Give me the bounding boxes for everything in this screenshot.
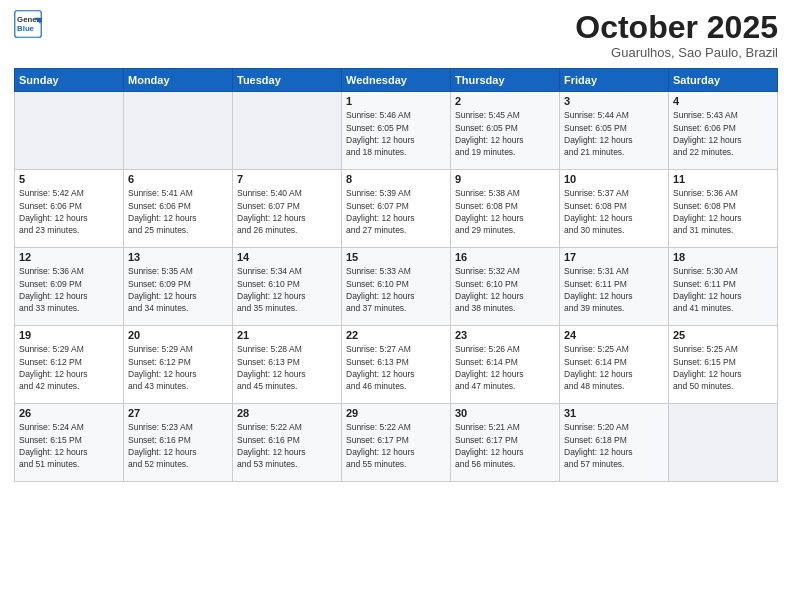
day-info: Sunrise: 5:21 AM Sunset: 6:17 PM Dayligh… [455,421,555,470]
day-number: 21 [237,329,337,341]
weekday-header-wednesday: Wednesday [342,69,451,92]
calendar-cell: 6Sunrise: 5:41 AM Sunset: 6:06 PM Daylig… [124,170,233,248]
day-number: 10 [564,173,664,185]
weekday-header-thursday: Thursday [451,69,560,92]
calendar-cell: 29Sunrise: 5:22 AM Sunset: 6:17 PM Dayli… [342,404,451,482]
day-info: Sunrise: 5:25 AM Sunset: 6:14 PM Dayligh… [564,343,664,392]
day-number: 18 [673,251,773,263]
weekday-header-friday: Friday [560,69,669,92]
day-number: 5 [19,173,119,185]
calendar-cell: 24Sunrise: 5:25 AM Sunset: 6:14 PM Dayli… [560,326,669,404]
day-number: 6 [128,173,228,185]
day-number: 9 [455,173,555,185]
day-number: 27 [128,407,228,419]
day-info: Sunrise: 5:37 AM Sunset: 6:08 PM Dayligh… [564,187,664,236]
day-number: 7 [237,173,337,185]
day-info: Sunrise: 5:39 AM Sunset: 6:07 PM Dayligh… [346,187,446,236]
day-number: 15 [346,251,446,263]
calendar-cell: 15Sunrise: 5:33 AM Sunset: 6:10 PM Dayli… [342,248,451,326]
calendar-cell: 8Sunrise: 5:39 AM Sunset: 6:07 PM Daylig… [342,170,451,248]
calendar-cell: 19Sunrise: 5:29 AM Sunset: 6:12 PM Dayli… [15,326,124,404]
day-info: Sunrise: 5:29 AM Sunset: 6:12 PM Dayligh… [19,343,119,392]
header: General Blue October 2025 Guarulhos, Sao… [14,10,778,60]
day-info: Sunrise: 5:42 AM Sunset: 6:06 PM Dayligh… [19,187,119,236]
calendar-cell: 13Sunrise: 5:35 AM Sunset: 6:09 PM Dayli… [124,248,233,326]
day-number: 4 [673,95,773,107]
day-info: Sunrise: 5:36 AM Sunset: 6:08 PM Dayligh… [673,187,773,236]
day-number: 23 [455,329,555,341]
day-number: 30 [455,407,555,419]
day-info: Sunrise: 5:35 AM Sunset: 6:09 PM Dayligh… [128,265,228,314]
calendar-cell: 27Sunrise: 5:23 AM Sunset: 6:16 PM Dayli… [124,404,233,482]
day-info: Sunrise: 5:27 AM Sunset: 6:13 PM Dayligh… [346,343,446,392]
calendar-cell [15,92,124,170]
calendar-cell: 14Sunrise: 5:34 AM Sunset: 6:10 PM Dayli… [233,248,342,326]
month-title: October 2025 [575,10,778,45]
calendar-cell: 31Sunrise: 5:20 AM Sunset: 6:18 PM Dayli… [560,404,669,482]
calendar-cell: 20Sunrise: 5:29 AM Sunset: 6:12 PM Dayli… [124,326,233,404]
day-info: Sunrise: 5:22 AM Sunset: 6:16 PM Dayligh… [237,421,337,470]
day-info: Sunrise: 5:32 AM Sunset: 6:10 PM Dayligh… [455,265,555,314]
calendar-cell: 1Sunrise: 5:46 AM Sunset: 6:05 PM Daylig… [342,92,451,170]
day-info: Sunrise: 5:38 AM Sunset: 6:08 PM Dayligh… [455,187,555,236]
day-number: 3 [564,95,664,107]
weekday-header-monday: Monday [124,69,233,92]
calendar-page: General Blue October 2025 Guarulhos, Sao… [0,0,792,612]
day-info: Sunrise: 5:45 AM Sunset: 6:05 PM Dayligh… [455,109,555,158]
day-number: 2 [455,95,555,107]
weekday-header-sunday: Sunday [15,69,124,92]
day-number: 25 [673,329,773,341]
day-number: 17 [564,251,664,263]
calendar-cell: 22Sunrise: 5:27 AM Sunset: 6:13 PM Dayli… [342,326,451,404]
day-number: 14 [237,251,337,263]
day-info: Sunrise: 5:44 AM Sunset: 6:05 PM Dayligh… [564,109,664,158]
calendar-cell: 12Sunrise: 5:36 AM Sunset: 6:09 PM Dayli… [15,248,124,326]
logo: General Blue [14,10,42,38]
week-row-4: 19Sunrise: 5:29 AM Sunset: 6:12 PM Dayli… [15,326,778,404]
day-info: Sunrise: 5:28 AM Sunset: 6:13 PM Dayligh… [237,343,337,392]
calendar-cell: 3Sunrise: 5:44 AM Sunset: 6:05 PM Daylig… [560,92,669,170]
calendar-cell: 26Sunrise: 5:24 AM Sunset: 6:15 PM Dayli… [15,404,124,482]
day-number: 31 [564,407,664,419]
day-info: Sunrise: 5:29 AM Sunset: 6:12 PM Dayligh… [128,343,228,392]
calendar-cell [669,404,778,482]
calendar-cell: 17Sunrise: 5:31 AM Sunset: 6:11 PM Dayli… [560,248,669,326]
day-info: Sunrise: 5:25 AM Sunset: 6:15 PM Dayligh… [673,343,773,392]
calendar-cell: 4Sunrise: 5:43 AM Sunset: 6:06 PM Daylig… [669,92,778,170]
day-info: Sunrise: 5:33 AM Sunset: 6:10 PM Dayligh… [346,265,446,314]
day-info: Sunrise: 5:30 AM Sunset: 6:11 PM Dayligh… [673,265,773,314]
svg-text:Blue: Blue [17,24,35,33]
calendar-cell: 18Sunrise: 5:30 AM Sunset: 6:11 PM Dayli… [669,248,778,326]
day-info: Sunrise: 5:41 AM Sunset: 6:06 PM Dayligh… [128,187,228,236]
day-number: 28 [237,407,337,419]
location-subtitle: Guarulhos, Sao Paulo, Brazil [575,45,778,60]
weekday-header-saturday: Saturday [669,69,778,92]
calendar-cell: 9Sunrise: 5:38 AM Sunset: 6:08 PM Daylig… [451,170,560,248]
calendar-cell: 5Sunrise: 5:42 AM Sunset: 6:06 PM Daylig… [15,170,124,248]
calendar-cell: 25Sunrise: 5:25 AM Sunset: 6:15 PM Dayli… [669,326,778,404]
day-info: Sunrise: 5:20 AM Sunset: 6:18 PM Dayligh… [564,421,664,470]
day-info: Sunrise: 5:36 AM Sunset: 6:09 PM Dayligh… [19,265,119,314]
calendar-cell: 28Sunrise: 5:22 AM Sunset: 6:16 PM Dayli… [233,404,342,482]
week-row-3: 12Sunrise: 5:36 AM Sunset: 6:09 PM Dayli… [15,248,778,326]
day-number: 8 [346,173,446,185]
title-block: October 2025 Guarulhos, Sao Paulo, Brazi… [575,10,778,60]
week-row-5: 26Sunrise: 5:24 AM Sunset: 6:15 PM Dayli… [15,404,778,482]
day-info: Sunrise: 5:26 AM Sunset: 6:14 PM Dayligh… [455,343,555,392]
day-info: Sunrise: 5:43 AM Sunset: 6:06 PM Dayligh… [673,109,773,158]
day-number: 19 [19,329,119,341]
week-row-2: 5Sunrise: 5:42 AM Sunset: 6:06 PM Daylig… [15,170,778,248]
day-info: Sunrise: 5:34 AM Sunset: 6:10 PM Dayligh… [237,265,337,314]
day-info: Sunrise: 5:24 AM Sunset: 6:15 PM Dayligh… [19,421,119,470]
day-number: 11 [673,173,773,185]
day-info: Sunrise: 5:22 AM Sunset: 6:17 PM Dayligh… [346,421,446,470]
calendar-table: SundayMondayTuesdayWednesdayThursdayFrid… [14,68,778,482]
week-row-1: 1Sunrise: 5:46 AM Sunset: 6:05 PM Daylig… [15,92,778,170]
day-number: 29 [346,407,446,419]
day-number: 26 [19,407,119,419]
weekday-header-tuesday: Tuesday [233,69,342,92]
day-info: Sunrise: 5:31 AM Sunset: 6:11 PM Dayligh… [564,265,664,314]
day-info: Sunrise: 5:46 AM Sunset: 6:05 PM Dayligh… [346,109,446,158]
calendar-cell: 23Sunrise: 5:26 AM Sunset: 6:14 PM Dayli… [451,326,560,404]
day-number: 22 [346,329,446,341]
